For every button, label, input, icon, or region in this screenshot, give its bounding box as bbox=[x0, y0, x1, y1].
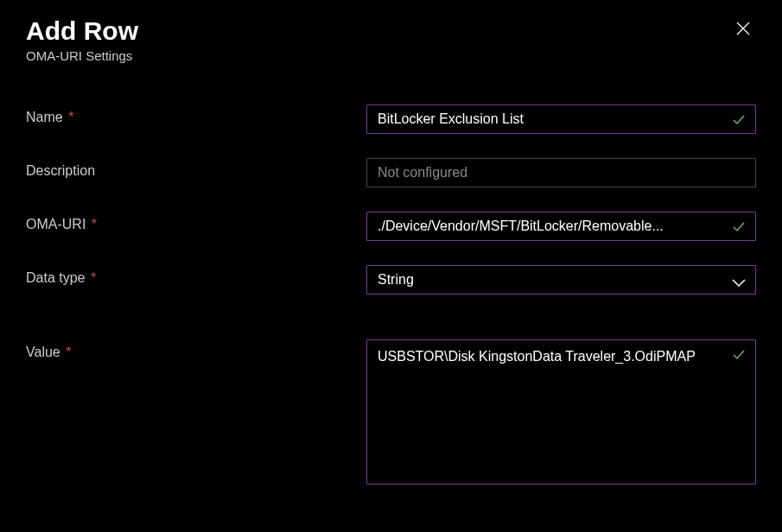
data-type-select[interactable]: String bbox=[366, 265, 756, 294]
form: Name * Description OMA-URI * Data bbox=[26, 104, 756, 488]
header-text: Add Row OMA-URI Settings bbox=[26, 16, 138, 63]
data-type-row: Data type * String bbox=[26, 265, 756, 294]
oma-uri-input[interactable] bbox=[366, 212, 756, 241]
oma-uri-input-col bbox=[366, 212, 756, 241]
required-indicator: * bbox=[62, 345, 72, 359]
name-label: Name bbox=[26, 110, 63, 124]
panel-title: Add Row bbox=[26, 16, 138, 47]
name-row: Name * bbox=[26, 104, 756, 134]
value-textarea[interactable] bbox=[366, 339, 756, 484]
value-row: Value * bbox=[26, 339, 756, 488]
name-label-col: Name * bbox=[26, 104, 366, 125]
required-indicator: * bbox=[65, 110, 74, 124]
close-button[interactable] bbox=[730, 16, 756, 41]
description-label: Description bbox=[26, 163, 95, 178]
name-input-col bbox=[366, 104, 756, 134]
oma-uri-label-col: OMA-URI * bbox=[26, 212, 366, 232]
description-input-col bbox=[366, 158, 756, 187]
data-type-input-col: String bbox=[366, 265, 756, 294]
data-type-label: Data type bbox=[26, 270, 85, 285]
panel-subtitle: OMA-URI Settings bbox=[26, 48, 138, 63]
name-input[interactable] bbox=[366, 104, 756, 134]
value-label-col: Value * bbox=[26, 339, 366, 360]
value-input-col bbox=[366, 339, 756, 488]
oma-uri-label: OMA-URI bbox=[26, 217, 86, 231]
description-label-col: Description bbox=[26, 158, 366, 179]
required-indicator: * bbox=[87, 217, 97, 231]
required-indicator: * bbox=[86, 270, 96, 285]
oma-uri-row: OMA-URI * bbox=[26, 212, 756, 241]
close-icon bbox=[735, 21, 751, 36]
panel-header: Add Row OMA-URI Settings bbox=[26, 16, 756, 63]
description-input[interactable] bbox=[366, 158, 756, 187]
data-type-label-col: Data type * bbox=[26, 265, 366, 286]
data-type-value: String bbox=[378, 272, 414, 288]
value-label: Value bbox=[26, 345, 60, 359]
description-row: Description bbox=[26, 158, 756, 187]
